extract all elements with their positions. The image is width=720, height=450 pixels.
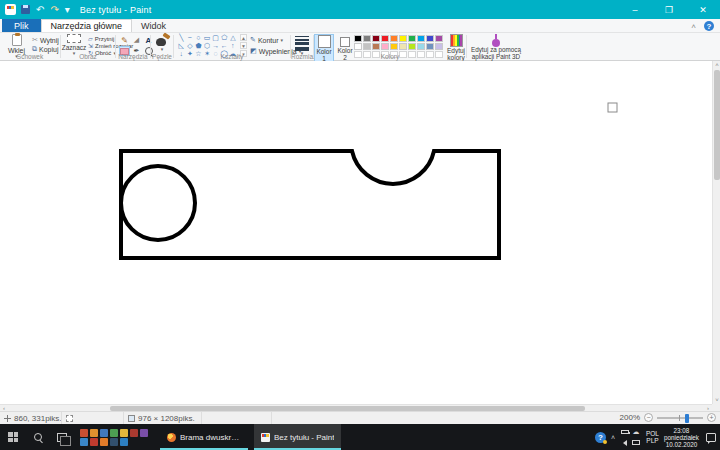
shape-icon[interactable]: △ — [229, 34, 238, 42]
redo-icon[interactable]: ↷ — [50, 5, 58, 15]
palette-swatch[interactable] — [399, 43, 407, 50]
drawing-canvas[interactable] — [0, 61, 712, 404]
pinned-app-icon[interactable] — [130, 429, 138, 437]
paint3d-button[interactable]: Edytuj za pomocą aplikacji Paint 3D — [468, 34, 524, 61]
pinned-app-icon[interactable] — [90, 429, 98, 437]
palette-swatch[interactable] — [372, 43, 380, 50]
zoom-slider[interactable] — [657, 417, 703, 419]
shape-icon[interactable]: → — [211, 42, 220, 50]
palette-swatch[interactable] — [417, 35, 425, 42]
cloud-icon[interactable]: ☁ — [632, 428, 639, 435]
action-center-icon[interactable] — [706, 433, 716, 442]
maximize-button[interactable]: ❐ — [652, 0, 686, 19]
pinned-app-icon[interactable] — [140, 429, 148, 437]
zoom-in-button[interactable]: + — [707, 413, 716, 422]
tab-plik[interactable]: Plik — [2, 19, 41, 32]
qat-dropdown-icon[interactable]: ▾ — [65, 5, 70, 15]
windows-logo-icon — [8, 432, 18, 442]
pinned-app-icon[interactable] — [120, 429, 128, 437]
zoom-out-button[interactable]: − — [644, 413, 653, 422]
cut-button[interactable]: ✂ Wytnij — [32, 36, 59, 44]
taskbar-window-paint[interactable]: Bez tytułu - Paint — [254, 424, 341, 450]
select-button[interactable]: Zaznacz ▾ — [62, 34, 86, 55]
crop-button[interactable]: ▱ Przytnij — [88, 35, 114, 42]
palette-swatch[interactable] — [390, 35, 398, 42]
selection-size-status — [62, 412, 124, 425]
shape-icon[interactable]: ╲ — [177, 34, 186, 42]
pinned-app-icon[interactable] — [110, 429, 118, 437]
scroll-down-icon[interactable]: ˅ — [713, 396, 720, 404]
shape-icon[interactable]: ← — [220, 42, 229, 50]
save-icon[interactable] — [21, 5, 30, 14]
palette-swatch[interactable] — [354, 43, 362, 50]
shape-icon[interactable]: ~ — [186, 34, 195, 42]
vertical-scroll-thumb[interactable] — [714, 70, 720, 180]
task-view-button[interactable] — [50, 424, 74, 450]
vertical-scrollbar[interactable]: ˄ ˅ — [712, 61, 720, 404]
system-tray: ? ˄ ☁ POL PLP 23:08 poniedziałek 10.02.2… — [595, 424, 720, 450]
shape-icon[interactable]: ▢ — [211, 34, 220, 42]
pinned-app-icon[interactable] — [90, 438, 98, 446]
shape-icon[interactable]: ◇ — [186, 42, 195, 50]
palette-swatch[interactable] — [417, 43, 425, 50]
get-help-tray-icon[interactable]: ? — [595, 432, 606, 443]
shape-icon[interactable]: ◺ — [177, 42, 186, 50]
palette-swatch[interactable] — [435, 43, 443, 50]
tray-overflow-icon[interactable]: ˄ — [611, 434, 615, 441]
palette-swatch[interactable] — [408, 35, 416, 42]
volume-icon[interactable] — [623, 440, 627, 446]
collapse-ribbon-icon[interactable]: ˄ — [691, 22, 696, 31]
language-indicator[interactable]: POL PLP — [646, 430, 659, 444]
shape-icon[interactable]: ⬡ — [203, 42, 212, 50]
pinned-app-icon[interactable] — [120, 438, 128, 446]
battery-icon[interactable] — [621, 430, 629, 434]
palette-swatch[interactable] — [399, 35, 407, 42]
palette-swatch[interactable] — [426, 35, 434, 42]
search-button[interactable] — [26, 424, 50, 450]
language-line2: PLP — [646, 437, 659, 444]
shape-icon[interactable]: ⬠ — [220, 34, 229, 42]
palette-swatch[interactable] — [381, 43, 389, 50]
size-button[interactable]: ▾ — [292, 34, 312, 55]
palette-swatch[interactable] — [381, 35, 389, 42]
pencil-tool-icon[interactable] — [119, 35, 130, 45]
help-icon[interactable]: ? — [704, 21, 714, 31]
palette-swatch[interactable] — [372, 35, 380, 42]
shapes-scroll-down-icon[interactable]: ▼ — [240, 42, 247, 49]
shape-icon[interactable]: ⬟ — [194, 42, 203, 50]
palette-swatch[interactable] — [354, 35, 362, 42]
start-button[interactable] — [0, 424, 26, 450]
paint-taskbar-icon — [261, 433, 270, 442]
horizontal-scrollbar[interactable]: ‹ › — [0, 404, 712, 411]
palette-swatch[interactable] — [435, 35, 443, 42]
palette-swatch[interactable] — [363, 43, 371, 50]
pinned-app-icon[interactable] — [80, 429, 88, 437]
clock-date: 10.02.2020 — [664, 441, 699, 448]
shape-icon[interactable]: ▭ — [203, 34, 212, 42]
fill-tool-icon[interactable] — [131, 35, 142, 45]
pinned-app-icon[interactable] — [100, 429, 108, 437]
undo-icon[interactable]: ↶ — [36, 5, 44, 15]
palette-swatch[interactable] — [426, 43, 434, 50]
pinned-app-icon[interactable] — [100, 438, 108, 446]
taskbar-clock[interactable]: 23:08 poniedziałek 10.02.2020 — [664, 427, 699, 448]
tab-widok[interactable]: Widok — [132, 19, 175, 32]
copy-button[interactable]: ⧉ Kopiuj — [32, 45, 58, 53]
shapes-scroll-up-icon[interactable]: ▲ — [240, 34, 247, 41]
palette-swatch[interactable] — [390, 43, 398, 50]
pinned-app-icon[interactable] — [80, 438, 88, 446]
scroll-up-icon[interactable]: ˄ — [713, 61, 720, 69]
taskbar-window-browser[interactable]: Brama dwuskrzydłow... — [160, 424, 248, 450]
palette-swatch[interactable] — [363, 35, 371, 42]
brushes-button[interactable]: ▾ — [151, 34, 173, 51]
shape-icon[interactable]: ○ — [194, 34, 203, 42]
display-icon[interactable] — [632, 440, 640, 445]
close-button[interactable]: ✕ — [686, 0, 720, 19]
tab-narzedzia-glowne[interactable]: Narzędzia główne — [41, 19, 133, 32]
minimize-button[interactable]: – — [618, 0, 652, 19]
shape-icon[interactable]: ↑ — [229, 42, 238, 50]
pinned-app-icon[interactable] — [110, 438, 118, 446]
zoom-slider-thumb[interactable] — [685, 414, 689, 423]
palette-swatch[interactable] — [408, 43, 416, 50]
cursor-position-icon — [4, 415, 11, 422]
